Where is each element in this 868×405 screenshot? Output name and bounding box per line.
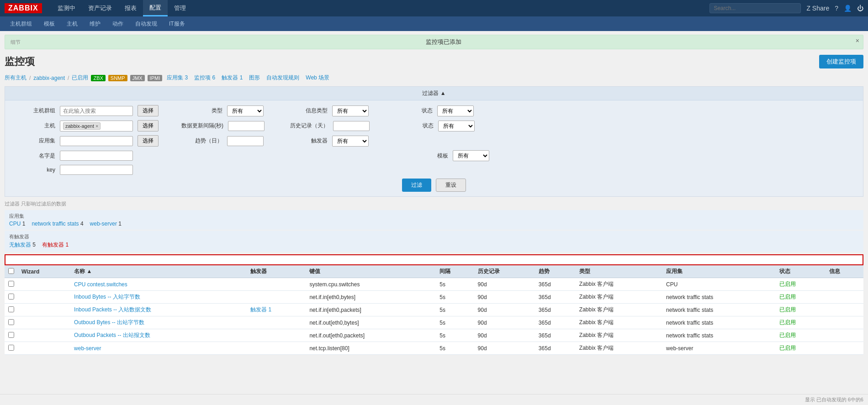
filter-submit-button[interactable]: 过滤	[402, 179, 431, 192]
select-all-checkbox[interactable]	[8, 268, 14, 274]
nav-reports[interactable]: 报表	[118, 0, 143, 16]
subnav-discovery[interactable]: 自动发现	[130, 16, 163, 31]
row-checkbox[interactable]	[8, 332, 14, 338]
host-tag-remove[interactable]: ×	[95, 123, 98, 129]
filter-toggle[interactable]: 过滤器 ▲	[5, 87, 863, 100]
filter-template-select[interactable]: 所有	[453, 150, 489, 161]
subnav-templates[interactable]: 模板	[38, 16, 60, 31]
filter-history-input[interactable]	[333, 121, 370, 131]
row-name-link[interactable]: web-server	[74, 345, 101, 352]
row-triggers: 触发器 1	[247, 304, 306, 316]
filter-refresh-input[interactable]	[228, 121, 265, 131]
table-row: Outboud Bytes -- 出站字节数 net.if.out[eth0,b…	[5, 316, 863, 329]
filter-host-tag-input[interactable]: zabbix-agent ×	[60, 121, 133, 131]
filter-status2-select[interactable]: 所有	[438, 121, 475, 131]
help-icon[interactable]: ?	[835, 5, 838, 12]
share-link[interactable]: Z Share	[806, 5, 829, 12]
tab-appsets[interactable]: 应用集 3	[165, 73, 190, 83]
header-wizard[interactable]: Wizard	[18, 265, 70, 278]
app-link-network[interactable]: network traffic stats 4	[32, 221, 83, 227]
row-checkbox-cell	[5, 316, 18, 329]
filter-hostgroup-select-button[interactable]: 选择	[138, 105, 159, 116]
filter-hostgroup-input[interactable]	[60, 106, 133, 116]
row-name-link[interactable]: Outboud Bytes -- 出站字节数	[74, 319, 144, 326]
row-trend: 365d	[535, 304, 576, 316]
tab-graphs[interactable]: 图形	[247, 73, 262, 83]
badge-ipmi[interactable]: IPMI	[148, 75, 163, 81]
header-name[interactable]: 名称 ▲	[70, 265, 247, 278]
subnav-hostgroups[interactable]: 主机群组	[5, 16, 37, 31]
app-link-webserver[interactable]: web-server 1	[90, 221, 122, 227]
breadcrumb-all-hosts[interactable]: 所有主机	[5, 74, 26, 82]
row-checkbox[interactable]	[8, 306, 14, 312]
row-name-link[interactable]: Outboud Packets -- 出站报文数	[74, 332, 150, 338]
filter-refresh-label: 数据更新间隔(秒)	[181, 122, 223, 130]
subnav-itservices[interactable]: IT服务	[164, 16, 191, 31]
row-name-link[interactable]: Inboud Bytes -- 入站字节数	[74, 294, 140, 300]
badge-zbx[interactable]: ZBX	[91, 75, 105, 81]
header-interval[interactable]: 间隔	[436, 265, 474, 278]
tab-triggers[interactable]: 触发器 1	[220, 73, 244, 83]
row-checkbox[interactable]	[8, 281, 14, 287]
nav-config[interactable]: 配置	[143, 0, 168, 16]
filter-key-input[interactable]	[60, 165, 133, 175]
filter-host-select-button[interactable]: 选择	[138, 120, 159, 131]
filter-name-input[interactable]	[60, 151, 133, 161]
row-name-link[interactable]: CPU contest.switches	[74, 281, 127, 288]
global-search-input[interactable]	[709, 3, 801, 13]
tab-items[interactable]: 监控项 6	[192, 73, 217, 83]
subnav-actions[interactable]: 动作	[107, 16, 129, 31]
trigger-has-trigger-link[interactable]: 有触发器 1	[42, 241, 69, 249]
header-trend[interactable]: 趋势	[535, 265, 576, 278]
filter-infotype-select[interactable]: 所有	[332, 105, 369, 116]
nav-assets[interactable]: 资产记录	[82, 0, 118, 16]
breadcrumb-agent[interactable]: zabbix-agent	[33, 75, 65, 81]
nav-admin[interactable]: 管理	[168, 0, 192, 16]
filter-status1-select[interactable]: 所有	[437, 105, 474, 116]
row-info	[826, 291, 863, 304]
row-status: 已启用	[776, 304, 825, 316]
trigger-no-trigger-link[interactable]: 无触发器 5	[9, 241, 36, 249]
create-monitor-item-button[interactable]: 创建监控项	[819, 55, 863, 68]
row-name: CPU contest.switches	[70, 278, 247, 291]
filter-app-input[interactable]	[60, 136, 133, 146]
header-appset[interactable]: 应用集	[662, 265, 776, 278]
filter-reset-button[interactable]: 重设	[436, 179, 466, 192]
notification-text: 监控项已添加	[30, 38, 857, 46]
filter-app-select-button[interactable]: 选择	[138, 135, 159, 147]
nav-monitor[interactable]: 监测中	[51, 0, 82, 16]
tab-discovery-rules[interactable]: 自动发现规则	[265, 73, 301, 83]
tab-web-scenarios[interactable]: Web 场景	[304, 73, 331, 83]
notification-close-button[interactable]: ×	[856, 37, 859, 44]
filter-type-select[interactable]: 所有	[227, 105, 264, 116]
row-checkbox[interactable]	[8, 319, 14, 325]
logout-icon[interactable]: ⏻	[857, 5, 863, 12]
row-status: 已启用	[776, 291, 825, 304]
row-checkbox-cell	[5, 342, 18, 355]
subnav-hosts[interactable]: 主机	[61, 16, 83, 31]
header-type[interactable]: 类型	[576, 265, 662, 278]
breadcrumb-enabled[interactable]: 已启用	[72, 74, 88, 82]
row-key: net.if.out[eth0,packets]	[306, 329, 436, 342]
filter-app-label: 应用集	[14, 137, 55, 145]
header-info[interactable]: 信息	[826, 265, 863, 278]
filter-trigger-select[interactable]: 所有	[332, 136, 369, 147]
badge-snmp[interactable]: SNMP	[108, 75, 127, 81]
breadcrumb-sep2: /	[68, 75, 69, 81]
row-checkbox[interactable]	[8, 294, 14, 300]
app-link-cpu[interactable]: CPU 1	[9, 221, 25, 227]
header-key[interactable]: 键值	[306, 265, 436, 278]
row-key: net.tcp.listen[80]	[306, 342, 436, 355]
header-history[interactable]: 历史记录	[474, 265, 535, 278]
row-checkbox[interactable]	[8, 345, 14, 351]
row-trigger-link[interactable]: 触发器 1	[250, 306, 271, 313]
row-info	[826, 316, 863, 329]
row-checkbox-cell	[5, 329, 18, 342]
user-icon[interactable]: 👤	[844, 5, 852, 12]
filter-trend-input[interactable]	[227, 136, 264, 146]
subnav-maintenance[interactable]: 维护	[84, 16, 106, 31]
row-name-link[interactable]: Inboud Packets -- 入站数据文数	[74, 306, 151, 313]
header-status[interactable]: 状态	[776, 265, 825, 278]
badge-jmx[interactable]: JMX	[130, 75, 145, 81]
header-triggers[interactable]: 触发器	[247, 265, 306, 278]
